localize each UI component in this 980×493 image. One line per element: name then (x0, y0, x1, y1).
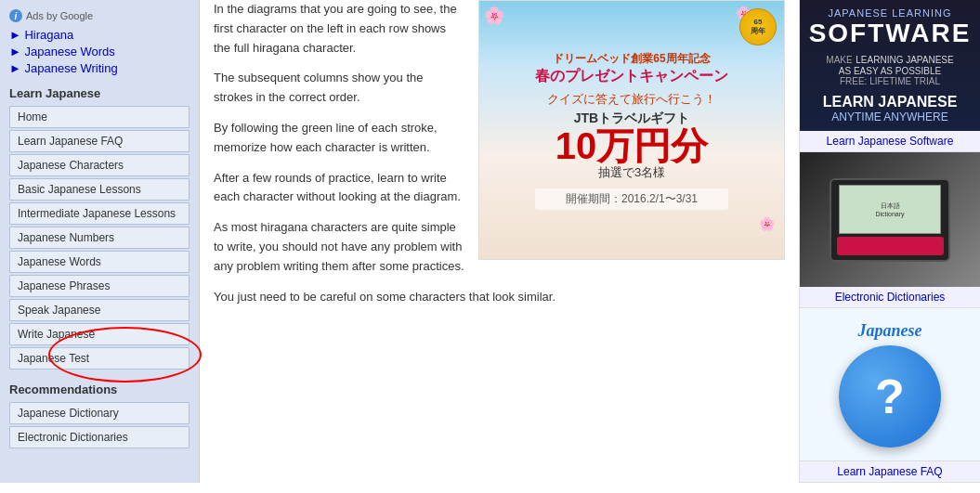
ad-sub-text: 春のプレゼントキャンペーン (535, 67, 728, 86)
info-icon: i (9, 9, 22, 22)
ad-banner-inner: ✕ 🌸 🌸 🌸 ドリームベッド創業65周年記念 春のプレゼントキャンペーン クイ… (479, 1, 784, 259)
learn-section-title: Learn Japanese (9, 86, 189, 100)
software-label: SOFTWARE (807, 19, 973, 48)
ad-product-text: JTBトラベルギフト (535, 110, 728, 127)
nav-basic-lessons[interactable]: Basic Japanese Lessons (9, 178, 189, 201)
learn-label: LEARN JAPANESE (807, 94, 973, 110)
nav-home[interactable]: Home (9, 106, 189, 128)
device-screen: 日本語Dictionary (839, 185, 941, 235)
japanese-circle-container: Japanese ? (839, 321, 941, 448)
right-ad-top: JAPANESE LEARNING SOFTWARE MAKE LEARNING… (800, 0, 980, 131)
right-sidebar: JAPANESE LEARNING SOFTWARE MAKE LEARNING… (799, 0, 980, 483)
japanese-words-ad-link[interactable]: ► Japanese Words (9, 45, 189, 58)
nav-speak-japanese[interactable]: Speak Japanese (9, 299, 189, 321)
make-label: MAKE (826, 55, 852, 65)
japanese-circle: ? (839, 345, 941, 448)
anytime-label: ANYTIME ANYWHERE (807, 110, 973, 123)
content-area: ✕ 🌸 🌸 🌸 ドリームベッド創業65周年記念 春のプレゼントキャンペーン クイ… (214, 0, 785, 318)
ad-lottery: 抽選で3名様 (535, 164, 728, 181)
japanese-faq-image: Japanese ? (800, 308, 980, 461)
nav-japanese-numbers[interactable]: Japanese Numbers (9, 227, 189, 249)
japanese-logo: Japanese (839, 321, 941, 341)
paragraph-6: You just need to be careful on some char… (214, 288, 785, 307)
free-label: FREE: (840, 76, 867, 86)
nav-learn-faq[interactable]: Learn Japanese FAQ (9, 130, 189, 152)
ad-quiz-text: クイズに答えて旅行へ行こう！ (535, 91, 728, 108)
easy-label: AS EASY AS POSSIBLE (807, 66, 973, 76)
recommendations-title: Recommendations (9, 383, 189, 396)
nav-intermediate-lessons[interactable]: Intermediate Japanese Lessons (9, 202, 189, 225)
nav-japanese-phrases[interactable]: Japanese Phrases (9, 275, 189, 297)
nav-menu: Home Learn Japanese FAQ Japanese Charact… (9, 106, 189, 370)
electronic-dict-image: 日本語Dictionary (800, 152, 980, 287)
japanese-learning-label: JAPANESE LEARNING (807, 7, 973, 19)
nav-write-japanese[interactable]: Write Japanese (9, 323, 189, 345)
nav-electronic-dicts[interactable]: Electronic Dictionaries (9, 426, 189, 448)
japanese-writing-ad-link[interactable]: ► Japanese Writing (9, 61, 189, 75)
learning-label: LEARNING JAPANESE (856, 55, 953, 65)
learn-japanese-software-link[interactable]: Learn Japanese Software (800, 131, 980, 152)
main-content: ✕ 🌸 🌸 🌸 ドリームベッド創業65周年記念 春のプレゼントキャンペーン クイ… (200, 0, 799, 483)
question-mark-icon: ? (875, 369, 905, 424)
nav-japanese-dictionary[interactable]: Japanese Dictionary (9, 402, 189, 424)
ad-badge: 65周年 (739, 8, 777, 45)
nav-japanese-characters[interactable]: Japanese Characters (9, 154, 189, 176)
ad-banner[interactable]: ✕ 🌸 🌸 🌸 ドリームベッド創業65周年記念 春のプレゼントキャンペーン クイ… (478, 0, 785, 260)
device-container: 日本語Dictionary (830, 178, 950, 262)
nav-japanese-test[interactable]: Japanese Test (9, 347, 189, 370)
left-sidebar: i Ads by Google ► Hiragana ► Japanese Wo… (0, 0, 200, 483)
nav-japanese-words[interactable]: Japanese Words (9, 251, 189, 273)
electronic-dicts-link[interactable]: Electronic Dictionaries (800, 287, 980, 308)
ads-by-google: i Ads by Google (9, 9, 189, 22)
ads-label: Ads by Google (26, 10, 93, 21)
trial-label: LIFETIME TRIAL (869, 76, 940, 86)
ad-top-text: ドリームベッド創業65周年記念 (535, 51, 728, 67)
faq-link[interactable]: Learn Japanese FAQ (800, 461, 980, 483)
hiragana-ad-link[interactable]: ► Hiragana (9, 28, 189, 42)
ad-amount: 10万円分 (535, 127, 728, 164)
device-keyboard (837, 237, 944, 254)
ad-period: 開催期間：2016.2/1〜3/31 (535, 188, 728, 210)
